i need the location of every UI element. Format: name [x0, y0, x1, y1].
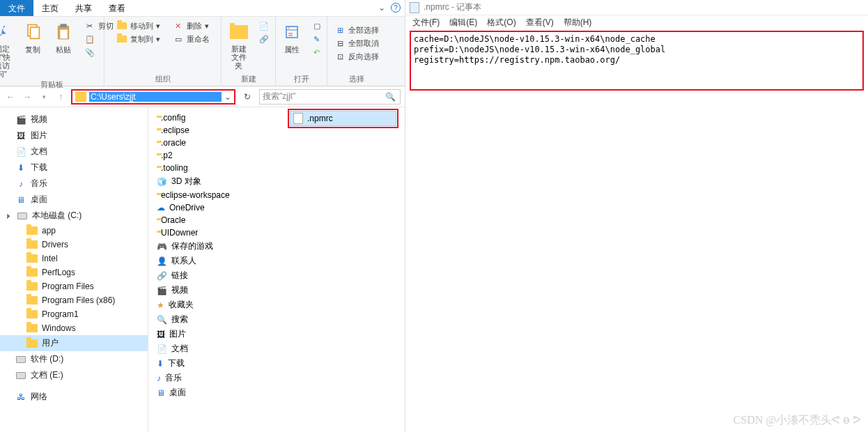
notepad-titlebar: .npmrc - 记事本 [405, 0, 868, 15]
video-icon: 🎬 [15, 115, 26, 125]
group-new-label: 新建 [241, 74, 256, 84]
tab-share[interactable]: 共享 [67, 0, 100, 16]
navigation-pane[interactable]: 🎬视频 🖼图片 📄文档 ⬇下载 ♪音乐 🖥桌面 ⏵本地磁盘 (C:) app D… [0, 107, 148, 432]
properties-button[interactable]: 属性 [278, 20, 306, 59]
svg-rect-4 [60, 30, 68, 39]
list-item[interactable]: 🧊3D 对象 [154, 174, 286, 189]
list-item[interactable]: eclipse-workspace [154, 189, 286, 201]
list-item[interactable]: Oracle [154, 214, 286, 226]
history-button[interactable]: ↶ [309, 46, 325, 59]
menu-file[interactable]: 文件(F) [412, 17, 440, 28]
nav-cdrive[interactable]: ⏵本地磁盘 (C:) [0, 208, 148, 224]
list-item[interactable]: 🔍搜索 [154, 312, 286, 327]
newfolder-button[interactable]: 新建 文件夹 [225, 20, 253, 71]
nav-intel[interactable]: Intel [0, 252, 148, 265]
selectall-button[interactable]: ⊞全部选择 [332, 24, 382, 36]
nav-programfiles[interactable]: Program Files [0, 279, 148, 293]
nav-drivers[interactable]: Drivers [0, 238, 148, 252]
list-item[interactable]: 👤联系人 [154, 254, 286, 268]
ribbon-tabs: 文件 主页 共享 查看 ⌄ ? [0, 0, 405, 17]
list-item[interactable]: .eclipse [154, 124, 286, 137]
nav-windows[interactable]: Windows [0, 321, 148, 335]
nav-ddrive[interactable]: 软件 (D:) [0, 351, 148, 367]
up-button[interactable]: ↑ [54, 91, 67, 103]
forward-button[interactable]: → [21, 91, 33, 103]
list-item[interactable]: 🎮保存的游戏 [154, 239, 286, 254]
list-item[interactable]: .config [154, 111, 286, 124]
easyaccess-button[interactable]: 🔗 [256, 33, 272, 45]
list-item[interactable]: 🔗链接 [154, 268, 286, 283]
list-item[interactable]: UIDowner [154, 226, 286, 239]
item-icon: ☁ [157, 203, 165, 213]
invertsel-button[interactable]: ⊡反向选择 [332, 50, 382, 63]
nav-video[interactable]: 🎬视频 [0, 111, 148, 128]
selectall-icon: ⊞ [334, 24, 346, 36]
chevron-down-icon[interactable]: ⌄ [224, 92, 231, 102]
list-item[interactable]: .p2 [154, 149, 286, 162]
open-button[interactable]: ▢ [309, 20, 325, 32]
item-icon: 🔗 [157, 271, 167, 281]
rename-button[interactable]: ▭重命名 [170, 33, 212, 45]
back-button[interactable]: ← [4, 91, 17, 103]
list-item[interactable]: 🎬视频 [154, 283, 286, 298]
refresh-button[interactable]: ↻ [240, 89, 255, 105]
pin-button[interactable]: 固定到"快 速访问" [0, 20, 16, 79]
address-input-wrapper[interactable]: ⌄ [71, 89, 235, 105]
selectnone-button[interactable]: ⊟全部取消 [332, 37, 382, 49]
nav-documents[interactable]: 📄文档 [0, 144, 148, 160]
edit-button[interactable]: ✎ [309, 33, 325, 45]
list-item[interactable]: ♪音乐 [154, 371, 286, 385]
file-list[interactable]: .config.eclipse.oracle.p2.tooling🧊3D 对象e… [148, 107, 405, 432]
copy-button[interactable]: 复制 [19, 20, 47, 79]
rename-icon: ▭ [173, 33, 184, 45]
nav-users[interactable]: 用户 [0, 335, 148, 351]
nav-pictures[interactable]: 🖼图片 [0, 128, 148, 144]
chevron-down-icon[interactable]: ⌄ [378, 3, 385, 13]
ribbon: 固定到"快 速访问" 复制 粘贴 ✂剪切 📋 📎 剪贴板 [0, 17, 405, 86]
moveto-button[interactable]: 移动到 ▾ [114, 20, 163, 32]
file-npmrc[interactable]: .npmrc [290, 111, 396, 126]
recent-button[interactable]: ▾ [38, 91, 50, 103]
list-item[interactable]: 📄文档 [154, 341, 286, 356]
cut-icon: ✂ [84, 20, 95, 31]
list-item[interactable]: 🖼图片 [154, 327, 286, 341]
menu-format[interactable]: 格式(O) [487, 17, 516, 28]
search-input[interactable]: 搜索"zjjt" 🔍 [259, 89, 401, 105]
list-item[interactable]: ★收藏夹 [154, 298, 286, 312]
delete-icon: ✕ [173, 20, 184, 31]
menu-view[interactable]: 查看(V) [526, 17, 554, 28]
nav-network[interactable]: 🖧网络 [0, 389, 148, 405]
nav-programfilesx86[interactable]: Program Files (x86) [0, 293, 148, 307]
item-icon: 🧊 [157, 177, 167, 187]
item-icon: 🔍 [157, 315, 167, 325]
copyto-button[interactable]: 复制到 ▾ [114, 33, 163, 45]
newitem-button[interactable]: 📄 [256, 20, 272, 32]
list-item[interactable]: ⬇下载 [154, 356, 286, 371]
address-input[interactable] [89, 92, 222, 102]
notepad-content[interactable]: cache=D:\nodeJS\node-v10.15.3-win-x64\no… [410, 31, 864, 91]
nav-edrive[interactable]: 文档 (E:) [0, 367, 148, 383]
nav-music[interactable]: ♪音乐 [0, 176, 148, 192]
paste-button[interactable]: 粘贴 [49, 20, 77, 79]
list-item[interactable]: .oracle [154, 137, 286, 149]
tab-file[interactable]: 文件 [0, 0, 33, 16]
delete-button[interactable]: ✕删除 ▾ [170, 20, 212, 32]
list-item[interactable]: 🖥桌面 [154, 385, 286, 400]
nav-desktop[interactable]: 🖥桌面 [0, 192, 148, 208]
list-item[interactable]: .tooling [154, 162, 286, 174]
list-item[interactable]: ☁OneDrive [154, 201, 286, 214]
group-select-label: 选择 [349, 74, 364, 84]
help-icon[interactable]: ? [391, 3, 401, 13]
nav-downloads[interactable]: ⬇下载 [0, 160, 148, 176]
svg-rect-5 [286, 26, 297, 38]
tab-view[interactable]: 查看 [100, 0, 134, 16]
menu-help[interactable]: 帮助(H) [564, 17, 592, 28]
copyto-icon [116, 33, 127, 45]
nav-app[interactable]: app [0, 224, 148, 238]
paste-icon [52, 21, 75, 43]
nav-program1[interactable]: Program1 [0, 307, 148, 321]
menu-edit[interactable]: 编辑(E) [449, 17, 477, 28]
tab-home[interactable]: 主页 [33, 0, 67, 16]
nav-perflogs[interactable]: PerfLogs [0, 265, 148, 279]
notepad-icon [410, 2, 419, 13]
